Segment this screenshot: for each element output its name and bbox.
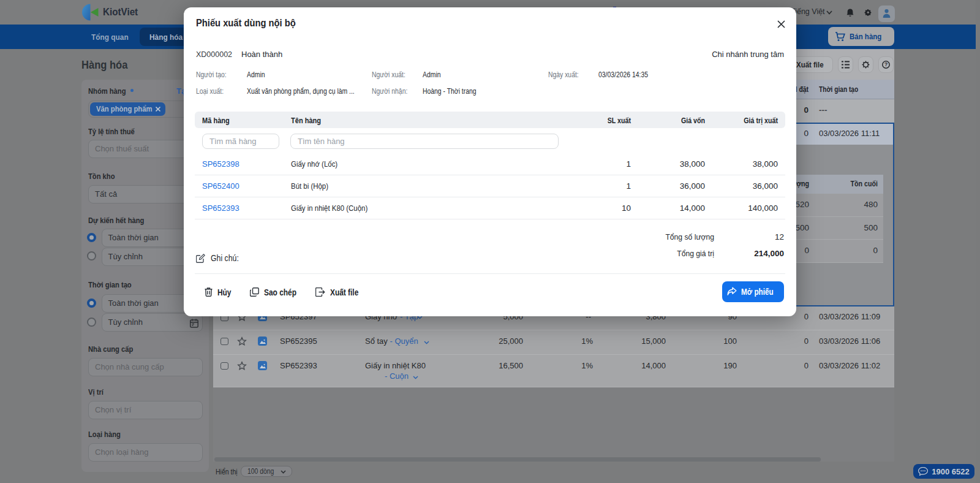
svg-text:?: ? xyxy=(884,61,888,67)
